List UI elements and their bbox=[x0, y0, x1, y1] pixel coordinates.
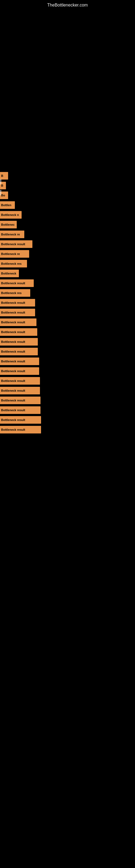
bar-label-1: B bbox=[1, 174, 3, 177]
bar-label-10: Bottleneck res bbox=[1, 262, 21, 265]
bottleneck-bar-10: Bottleneck res bbox=[0, 260, 27, 268]
bar-row: Bottleneck result bbox=[0, 347, 135, 355]
bottleneck-bar-24: Bottleneck result bbox=[0, 397, 41, 404]
bar-label-9: Bottleneck re bbox=[1, 252, 20, 255]
cursor-line-2 bbox=[1, 190, 1, 195]
bar-row: Bottleneck result bbox=[0, 279, 135, 287]
bar-label-12: Bottleneck result bbox=[1, 282, 25, 285]
bottleneck-bar-23: Bottleneck result bbox=[0, 387, 40, 394]
bottleneck-bar-19: Bottleneck result bbox=[0, 348, 38, 355]
bar-label-21: Bottleneck result bbox=[1, 369, 25, 373]
bar-label-11: Bottleneck bbox=[1, 272, 16, 275]
bar-label-15: Bottleneck result bbox=[1, 311, 25, 314]
bar-row: Bottleneck result bbox=[0, 299, 135, 307]
bottleneck-bar-21: Bottleneck result bbox=[0, 367, 39, 375]
bottleneck-bar-14: Bottleneck result bbox=[0, 299, 35, 307]
bottleneck-bar-8: Bottleneck result bbox=[0, 240, 32, 248]
bar-row: Bottleneck result bbox=[0, 396, 135, 404]
bottleneck-bar-22: Bottleneck result bbox=[0, 377, 40, 384]
bar-label-14: Bottleneck result bbox=[1, 301, 25, 304]
bar-row: Bottleneck result bbox=[0, 406, 135, 414]
bottleneck-bar-7: Bottleneck re bbox=[0, 230, 24, 238]
bar-row: Bottleneck result bbox=[0, 240, 135, 248]
bottleneck-bar-26: Bottleneck result bbox=[0, 416, 41, 424]
bar-row: Bottleneck result bbox=[0, 416, 135, 424]
bottleneck-bar-27: Bottleneck result bbox=[0, 426, 41, 433]
bar-label-22: Bottleneck result bbox=[1, 379, 25, 382]
bar-row: Bottleneck re bbox=[0, 230, 135, 239]
bottleneck-bar-9: Bottleneck re bbox=[0, 250, 29, 258]
bottleneck-bar-25: Bottleneck result bbox=[0, 406, 41, 414]
bottleneck-bar-12: Bottleneck result bbox=[0, 279, 34, 287]
bar-row: Bottleneck re bbox=[0, 250, 135, 258]
bar-row: Bo bbox=[0, 191, 135, 199]
bottleneck-bar-6: Bottlenec bbox=[0, 221, 17, 228]
bar-row: Bottlenec bbox=[0, 220, 135, 229]
bar-label-8: Bottleneck result bbox=[1, 243, 25, 246]
bar-label-13: Bottleneck res bbox=[1, 291, 21, 294]
site-title-text: TheBottlenecker.com bbox=[0, 0, 135, 9]
bottleneck-bar-3: Bo bbox=[0, 191, 8, 199]
bar-label-17: Bottleneck result bbox=[1, 330, 25, 334]
bottleneck-bar-13: Bottleneck res bbox=[0, 289, 30, 297]
bar-label-3: Bo bbox=[1, 194, 5, 197]
bar-row: Bottleneck result bbox=[0, 328, 135, 336]
bars-container: BBBoBottlenBottleneck nBottlenecBottlene… bbox=[0, 172, 135, 434]
bar-label-5: Bottleneck n bbox=[1, 213, 19, 216]
bar-row: Bottleneck result bbox=[0, 377, 135, 385]
bottleneck-bar-20: Bottleneck result bbox=[0, 358, 39, 365]
bar-row: Bottleneck result bbox=[0, 426, 135, 434]
bar-row: B bbox=[0, 182, 135, 190]
bar-label-7: Bottleneck re bbox=[1, 233, 20, 236]
bar-row: Bottleneck result bbox=[0, 357, 135, 365]
bar-row: Bottlen bbox=[0, 201, 135, 209]
bar-row: Bottleneck result bbox=[0, 367, 135, 375]
bottleneck-bar-15: Bottleneck result bbox=[0, 309, 35, 316]
bar-row: Bottleneck bbox=[0, 269, 135, 278]
cursor-line-1 bbox=[1, 179, 1, 184]
bar-label-16: Bottleneck result bbox=[1, 321, 25, 324]
bar-label-25: Bottleneck result bbox=[1, 408, 25, 412]
bar-label-26: Bottleneck result bbox=[1, 418, 25, 422]
bar-row: Bottleneck result bbox=[0, 318, 135, 326]
bar-row: Bottleneck n bbox=[0, 211, 135, 219]
bar-label-27: Bottleneck result bbox=[1, 428, 25, 431]
bar-row: B bbox=[0, 172, 135, 180]
bar-row: Bottleneck result bbox=[0, 308, 135, 316]
bar-row: Bottleneck res bbox=[0, 259, 135, 268]
bottleneck-bar-1: B bbox=[0, 172, 8, 180]
bottleneck-bar-11: Bottleneck bbox=[0, 270, 19, 277]
bottleneck-bar-4: Bottlen bbox=[0, 201, 15, 209]
bar-label-23: Bottleneck result bbox=[1, 389, 25, 392]
bar-row: Bottleneck result bbox=[0, 386, 135, 395]
bar-label-6: Bottlenec bbox=[1, 223, 14, 226]
bar-label-4: Bottlen bbox=[1, 204, 11, 207]
bar-label-20: Bottleneck result bbox=[1, 360, 25, 363]
bottleneck-bar-16: Bottleneck result bbox=[0, 318, 37, 326]
bar-label-19: Bottleneck result bbox=[1, 350, 25, 353]
bar-label-24: Bottleneck result bbox=[1, 399, 25, 402]
bottleneck-bar-17: Bottleneck result bbox=[0, 328, 37, 336]
bottleneck-bar-5: Bottleneck n bbox=[0, 211, 21, 219]
bottleneck-bar-18: Bottleneck result bbox=[0, 338, 38, 346]
bar-label-2: B bbox=[1, 184, 3, 187]
bar-row: Bottleneck res bbox=[0, 289, 135, 297]
bar-label-18: Bottleneck result bbox=[1, 340, 25, 343]
bar-row: Bottleneck result bbox=[0, 338, 135, 346]
